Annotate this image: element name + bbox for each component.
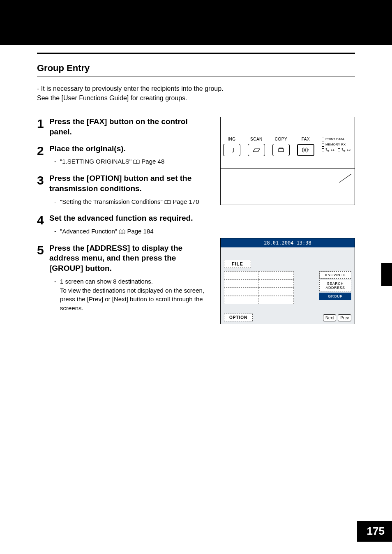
step-2: 2 Place the original(s). - "1.SETTING OR… (37, 144, 208, 170)
step-number: 5 (37, 244, 49, 256)
panel-col-scan: SCAN (248, 137, 265, 156)
panel-btn-scan[interactable] (248, 144, 265, 156)
scanner-icon (252, 147, 261, 153)
panel-col-fax: FAX (297, 137, 314, 156)
address-cell[interactable] (259, 288, 294, 296)
indicator-l1: L1 (331, 148, 334, 153)
led-icon (322, 138, 324, 141)
step-5-sub-line2: To view the destinations not displayed o… (60, 286, 208, 313)
touchscreen-file-tab[interactable]: FILE (224, 260, 251, 268)
step-4-ref-text: "Advanced Function" (60, 228, 119, 235)
bullet-dash: - (54, 197, 60, 206)
panel-col-copy: COPY (272, 137, 290, 156)
section-underline (37, 76, 355, 76)
step-2-sub: - "1.SETTING ORIGINALS" Page 48 (54, 157, 208, 166)
address-cell[interactable] (224, 271, 259, 279)
intro-text: - It is necessary to previously enter th… (37, 84, 355, 103)
step-2-page-ref: Page 48 (141, 158, 164, 165)
touchscreen-option-button[interactable]: OPTION (224, 314, 253, 321)
bullet-dash: - (54, 277, 60, 286)
led-icon (322, 148, 324, 152)
touchscreen-search-address-button[interactable]: SEARCH ADDRESS (319, 280, 351, 291)
address-cell[interactable] (224, 288, 259, 296)
panel-btn-fax[interactable] (297, 144, 314, 156)
address-cell[interactable] (259, 279, 294, 288)
step-4: 4 Set the advanced function as required.… (37, 213, 208, 240)
step-5-sub: - 1 screen can show 8 destinations. To v… (54, 277, 208, 313)
step-4-page-ref: Page 184 (127, 228, 153, 235)
step-3: 3 Press the [OPTION] button and set the … (37, 173, 208, 210)
panel-label-scan: SCAN (248, 137, 265, 141)
step-4-sub: - "Advanced Function" Page 184 (54, 227, 208, 236)
page-content: Group Entry - It is necessary to previou… (0, 54, 392, 357)
step-5-sub-line1: 1 screen can show 8 destinations. (60, 278, 153, 285)
book-icon (164, 198, 171, 203)
panel-indicators: PRINT DATA MEMORY RX 📞L1 📞L2 (322, 137, 350, 152)
step-5-title: Press the [ADDRESS] to display the addre… (49, 243, 208, 274)
touchscreen-prev-button[interactable]: Prev (338, 314, 351, 321)
panel-btn-copy[interactable] (272, 144, 290, 156)
step-5: 5 Press the [ADDRESS] to display the add… (37, 243, 208, 317)
touchscreen-datetime: 28.01.2004 13:38 (221, 238, 355, 247)
section-title: Group Entry (37, 63, 355, 74)
panel-edge-line (339, 174, 351, 182)
step-number: 3 (37, 174, 49, 187)
address-cell[interactable] (259, 296, 294, 304)
side-thumb-tab (381, 263, 392, 286)
panel-btn-ing[interactable] (223, 144, 240, 156)
touchscreen-group-button[interactable]: GROUP (319, 293, 351, 300)
step-number: 4 (37, 214, 49, 226)
intro-dash: - (37, 85, 41, 92)
bullet-dash: - (54, 157, 60, 166)
address-cell[interactable] (259, 271, 294, 279)
indicator-memory-rx: MEMORY RX (325, 142, 346, 148)
touchscreen-known-id-button[interactable]: KNOWN ID (319, 271, 351, 279)
step-2-ref-text: "1.SETTING ORIGINALS" (60, 158, 133, 165)
figure-touchscreen: 28.01.2004 13:38 FILE KNOWN ID SEARCH AD… (220, 238, 355, 324)
step-4-title: Set the advanced function as required. (49, 213, 208, 224)
book-icon (119, 228, 125, 233)
panel-label-ing: ING (223, 137, 240, 141)
svg-rect-3 (279, 149, 284, 152)
indicator-l2: L2 (347, 148, 350, 153)
step-3-sub: - "Setting the Transmission Conditions" … (54, 197, 208, 206)
step-number: 1 (37, 118, 49, 130)
touchscreen-address-grid (224, 271, 294, 304)
bullet-dash: - (54, 227, 60, 236)
header-black-bar (0, 0, 392, 45)
led-icon (338, 148, 340, 152)
scan-fragment-icon (229, 147, 235, 153)
step-1: 1 Press the [FAX] button on the control … (37, 117, 208, 140)
figure-control-panel: ING SCAN COPY (220, 117, 355, 205)
step-2-title: Place the original(s). (49, 144, 208, 154)
panel-col-ing: ING (223, 137, 240, 156)
intro-line-2: See the [User Functions Guide] for creat… (37, 95, 187, 102)
step-3-title: Press the [OPTION] button and set the tr… (49, 173, 208, 194)
step-number: 2 (37, 145, 49, 157)
step-3-ref-text: "Setting the Transmission Conditions" (60, 198, 164, 205)
address-cell[interactable] (224, 296, 259, 304)
led-icon (322, 143, 324, 147)
step-1-title: Press the [FAX] button on the control pa… (49, 117, 208, 137)
touchscreen-next-button[interactable]: Next (323, 314, 337, 321)
page-number: 175 (357, 521, 392, 542)
intro-line-1: It is necessary to previously enter the … (41, 85, 224, 92)
indicator-print-data: PRINT DATA (325, 137, 344, 142)
copy-icon (277, 147, 285, 153)
step-3-page-ref: Page 170 (173, 198, 199, 205)
address-cell[interactable] (224, 279, 259, 288)
panel-divider (221, 168, 355, 169)
panel-label-copy: COPY (272, 137, 290, 141)
book-icon (133, 158, 140, 163)
panel-label-fax: FAX (297, 137, 314, 141)
svg-rect-4 (279, 148, 283, 149)
fax-handset-icon (302, 147, 310, 153)
